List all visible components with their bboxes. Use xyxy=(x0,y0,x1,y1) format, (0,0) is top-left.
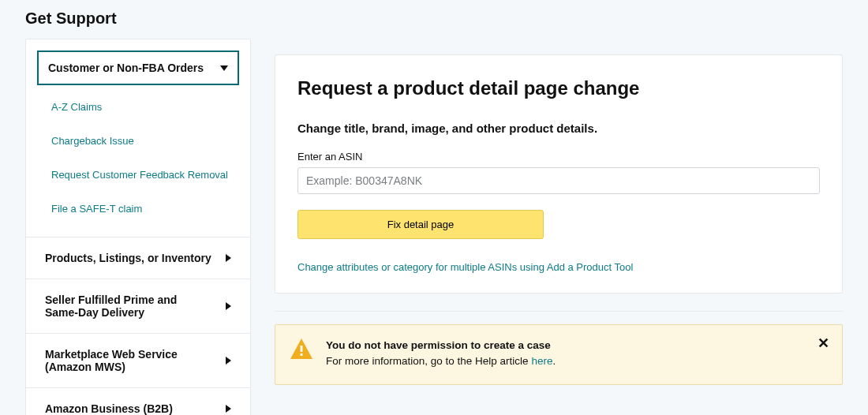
sidebar-category-customer-orders-header[interactable]: Customer or Non-FBA Orders xyxy=(37,50,239,85)
chevron-right-icon xyxy=(226,405,231,413)
sidebar-category-products-header[interactable]: Products, Listings, or Inventory xyxy=(26,237,250,279)
svg-rect-1 xyxy=(301,346,303,352)
warning-icon xyxy=(290,338,313,360)
sidebar-category-products-label: Products, Listings, or Inventory xyxy=(45,252,211,264)
alert-body-suffix: . xyxy=(552,355,556,367)
fix-detail-page-button[interactable]: Fix detail page xyxy=(297,210,544,239)
sidebar-category-customer-orders: Customer or Non-FBA Orders A-Z Claims Ch… xyxy=(26,50,250,237)
sidebar-category-mws-label: Marketplace Web Service (Amazon MWS) xyxy=(45,348,211,373)
asin-input[interactable] xyxy=(297,167,820,194)
chevron-right-icon xyxy=(226,302,231,310)
help-here-link[interactable]: here xyxy=(531,355,552,367)
sidebar-item-file-safe-t-claim[interactable]: File a SAFE-T claim xyxy=(26,192,250,226)
permission-alert: You do not have permission to create a c… xyxy=(275,324,843,385)
chevron-right-icon xyxy=(226,357,231,365)
svg-rect-2 xyxy=(301,353,303,356)
multi-asin-link[interactable]: Change attributes or category for multip… xyxy=(297,261,633,273)
sidebar: Customer or Non-FBA Orders A-Z Claims Ch… xyxy=(25,39,251,415)
main-panel: Request a product detail page change Cha… xyxy=(275,39,843,385)
alert-body-prefix: For more information, go to the Help art… xyxy=(326,355,531,367)
sidebar-item-a-z-claims[interactable]: A-Z Claims xyxy=(26,90,250,124)
chevron-down-icon xyxy=(220,65,228,71)
card-subtitle: Change title, brand, image, and other pr… xyxy=(297,122,820,135)
alert-text: You do not have permission to create a c… xyxy=(326,338,556,370)
alert-title: You do not have permission to create a c… xyxy=(326,339,551,351)
sidebar-category-sfp: Seller Fulfilled Prime and Same-Day Deli… xyxy=(26,279,250,334)
request-change-card: Request a product detail page change Cha… xyxy=(275,54,843,293)
sidebar-category-b2b: Amazon Business (B2B) xyxy=(26,388,250,415)
divider xyxy=(275,311,843,312)
sidebar-subitems: A-Z Claims Chargeback Issue Request Cust… xyxy=(26,85,250,237)
sidebar-category-sfp-label: Seller Fulfilled Prime and Same-Day Deli… xyxy=(45,293,211,319)
sidebar-category-b2b-header[interactable]: Amazon Business (B2B) xyxy=(26,388,250,415)
sidebar-category-mws: Marketplace Web Service (Amazon MWS) xyxy=(26,334,250,388)
sidebar-item-chargeback-issue[interactable]: Chargeback Issue xyxy=(26,124,250,158)
sidebar-category-b2b-label: Amazon Business (B2B) xyxy=(45,402,173,415)
sidebar-category-products: Products, Listings, or Inventory xyxy=(26,237,250,279)
sidebar-category-sfp-header[interactable]: Seller Fulfilled Prime and Same-Day Deli… xyxy=(26,279,250,333)
asin-field-label: Enter an ASIN xyxy=(297,151,820,163)
card-heading: Request a product detail page change xyxy=(297,77,820,99)
close-icon[interactable]: ✕ xyxy=(817,336,829,350)
chevron-right-icon xyxy=(226,254,231,262)
sidebar-category-mws-header[interactable]: Marketplace Web Service (Amazon MWS) xyxy=(26,334,250,387)
sidebar-item-request-feedback-removal[interactable]: Request Customer Feedback Removal xyxy=(26,158,250,192)
page-title: Get Support xyxy=(25,9,843,28)
sidebar-category-customer-orders-label: Customer or Non-FBA Orders xyxy=(48,62,204,74)
